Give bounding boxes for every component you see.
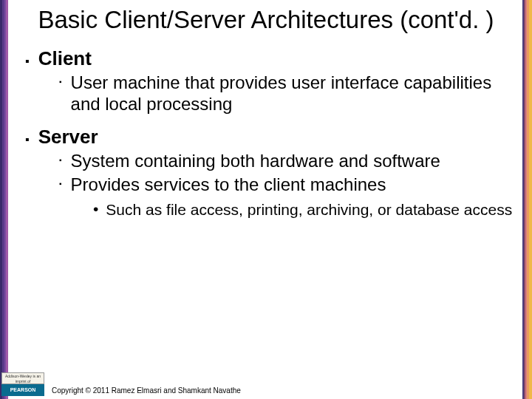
subitem-text: Such as file access, printing, archiving…: [106, 200, 512, 219]
bullet-icon: ▪: [25, 50, 30, 72]
logo-imprint-text: Addison-Wesley is an imprint of: [1, 372, 44, 384]
heading-text: Server: [38, 126, 98, 149]
slide-title: Basic Client/Server Architectures (cont'…: [0, 0, 532, 34]
heading-server: ▪ Server: [25, 126, 517, 151]
item-text: System containing both hardware and soft…: [71, 151, 440, 172]
bullet-icon: ▪: [59, 151, 62, 170]
item-text: User machine that provides user interfac…: [71, 72, 517, 115]
bullet-icon: ▪: [59, 174, 62, 194]
list-item: ▪ User machine that provides user interf…: [25, 72, 517, 115]
bullet-icon: ▪: [59, 72, 62, 92]
list-item: ▪ Provides services to the client machin…: [25, 174, 517, 196]
bullet-icon: •: [93, 200, 98, 218]
list-item: ▪ System containing both hardware and so…: [25, 151, 517, 172]
sub-list-item: • Such as file access, printing, archivi…: [25, 200, 517, 219]
item-text: Provides services to the client machines: [71, 174, 386, 196]
section-client: ▪ Client ▪ User machine that provides us…: [25, 47, 517, 115]
section-server: ▪ Server ▪ System containing both hardwa…: [25, 126, 517, 220]
copyright-text: Copyright © 2011 Ramez Elmasri and Shamk…: [52, 386, 241, 395]
bullet-icon: ▪: [25, 129, 30, 151]
logo-brand: PEARSON: [1, 384, 44, 396]
publisher-logo: Addison-Wesley is an imprint of PEARSON: [1, 372, 44, 396]
stripe: [6, 0, 8, 399]
stripe: [522, 0, 524, 399]
slide-body: ▪ Client ▪ User machine that provides us…: [0, 34, 532, 219]
heading-client: ▪ Client: [25, 47, 517, 72]
heading-text: Client: [38, 47, 92, 70]
